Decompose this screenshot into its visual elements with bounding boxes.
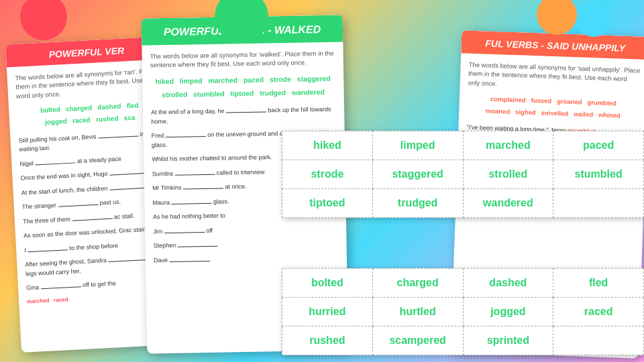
card-ran-wordlist: bolted charged dashed fled jogged raced … — [17, 98, 163, 129]
walked-sentence-8: Jim off — [153, 225, 338, 237]
grid-cell-hiked[interactable]: hiked — [282, 131, 373, 160]
word-grid-top-table: hiked limped marched paced strode stagge… — [282, 131, 644, 218]
grid-cell-rushed[interactable]: rushed — [282, 326, 373, 355]
sentence-1: Still pulling his coat on, Bevis into th… — [18, 129, 164, 154]
walked-sentence-10: Dave — [154, 253, 339, 265]
grid-cell-limped[interactable]: limped — [372, 131, 463, 160]
card-said-instructions: The words below are all synonyms for 'sa… — [468, 60, 641, 93]
grid-cell-empty-bottom — [553, 326, 644, 355]
grid-cell-charged[interactable]: charged — [372, 269, 463, 298]
grid-cell-hurtled[interactable]: hurtled — [372, 298, 463, 326]
card-ran-instructions: The words below are all synonyms for 'ra… — [15, 66, 161, 101]
card-said-wordlist: complained fussed groaned grumbled moane… — [467, 93, 639, 123]
walked-sentence-1: At the end of a long day, he back up the… — [151, 105, 336, 127]
grid-cell-trudged[interactable]: trudged — [372, 189, 463, 218]
word-ref-raced: raced — [54, 296, 68, 303]
grid-cell-staggered[interactable]: staggered — [372, 160, 463, 189]
grid-top-row-1: hiked limped marched paced — [282, 131, 644, 160]
grid-cell-sprinted[interactable]: sprinted — [463, 326, 553, 355]
grid-bottom-row-1: bolted charged dashed fled — [282, 269, 644, 298]
sentence-2: Nigel at a steady pace — [19, 152, 164, 169]
word-grid-top: hiked limped marched paced strode stagge… — [282, 131, 644, 218]
grid-cell-empty-top — [553, 189, 644, 218]
card-walked-wordlist: hiked limped marched paced strode stagge… — [150, 72, 336, 102]
grid-cell-strolled[interactable]: strolled — [463, 160, 553, 189]
grid-cell-scampered[interactable]: scampered — [372, 326, 463, 355]
card-ran-title: POWERFUL VER — [14, 44, 160, 62]
word-grid-bottom-table: bolted charged dashed fled hurried hurtl… — [282, 268, 644, 355]
deco-circle-blue — [577, 3, 610, 37]
grid-cell-paced[interactable]: paced — [553, 131, 644, 160]
walked-sentence-9: Stephen — [153, 239, 338, 251]
card-walked-instructions: The words below are all synonyms for 'wa… — [150, 49, 335, 70]
grid-cell-stumbled[interactable]: stumbled — [553, 160, 644, 189]
grid-cell-jogged[interactable]: jogged — [463, 298, 553, 326]
word-ref-marched: marched — [27, 298, 50, 305]
grid-cell-fled[interactable]: fled — [553, 269, 644, 298]
grid-top-row-2: strode staggered strolled stumbled — [282, 160, 644, 189]
word-grid-bottom: bolted charged dashed fled hurried hurtl… — [282, 268, 644, 355]
grid-bottom-row-3: rushed scampered sprinted — [282, 326, 644, 355]
grid-cell-hurried[interactable]: hurried — [282, 298, 373, 326]
grid-cell-wandered[interactable]: wandered — [463, 189, 553, 218]
grid-cell-dashed[interactable]: dashed — [463, 269, 553, 298]
grid-cell-bolted[interactable]: bolted — [282, 269, 373, 298]
grid-cell-tiptoed[interactable]: tiptoed — [282, 189, 373, 218]
card-said-title: FUL VERBS - SAID UNHAPPILY — [470, 38, 641, 54]
grid-cell-marched[interactable]: marched — [463, 131, 553, 160]
grid-cell-raced[interactable]: raced — [553, 298, 644, 326]
grid-top-row-3: tiptoed trudged wandered — [282, 189, 644, 218]
grid-bottom-row-2: hurried hurtled jogged raced — [282, 298, 644, 326]
grid-cell-strode[interactable]: strode — [282, 160, 373, 189]
